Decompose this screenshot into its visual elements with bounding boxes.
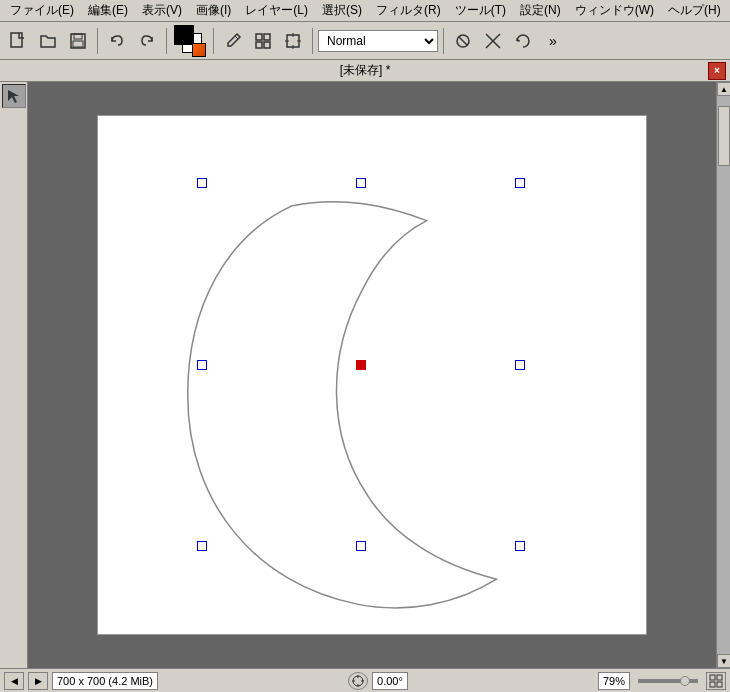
- status-nav-left-btn[interactable]: ◀: [4, 672, 24, 690]
- handle-bc[interactable]: [356, 541, 366, 551]
- handle-ml[interactable]: [197, 360, 207, 370]
- zoom-thumb[interactable]: [680, 676, 690, 686]
- rotation-field: 0.00°: [372, 672, 408, 690]
- mask-btn[interactable]: [449, 27, 477, 55]
- svg-rect-0: [11, 33, 22, 47]
- sep4: [312, 28, 313, 54]
- menu-bar: ファイル(E)編集(E)表示(V)画像(I)レイヤー(L)選択(S)フィルタ(R…: [0, 0, 730, 22]
- toolbar: NormalMultiplyScreenOverlayDarkenLighten…: [0, 22, 730, 60]
- handle-mc[interactable]: [356, 360, 366, 370]
- scroll-track-v[interactable]: [717, 96, 730, 654]
- select-tool-btn[interactable]: [2, 84, 26, 108]
- handle-tc[interactable]: [356, 178, 366, 188]
- new-document-btn[interactable]: [4, 27, 32, 55]
- rotate-btn[interactable]: [509, 27, 537, 55]
- main-area: ▲ ▼: [0, 82, 730, 668]
- sep1: [97, 28, 98, 54]
- scroll-down-btn[interactable]: ▼: [717, 654, 730, 668]
- toolbox: [0, 82, 28, 668]
- menu-tools[interactable]: ツール(T): [449, 0, 512, 21]
- open-btn[interactable]: [34, 27, 62, 55]
- menu-layer[interactable]: レイヤー(L): [239, 0, 314, 21]
- menu-help[interactable]: ヘルプ(H): [662, 0, 727, 21]
- menu-edit[interactable]: 編集(E): [82, 0, 134, 21]
- mode-select[interactable]: NormalMultiplyScreenOverlayDarkenLighten: [318, 30, 438, 52]
- menu-view[interactable]: 表示(V): [136, 0, 188, 21]
- svg-rect-23: [710, 675, 715, 680]
- canvas-size-label: 700 x 700 (4.2 MiB): [52, 672, 158, 690]
- title-bar: [未保存] * ×: [0, 60, 730, 82]
- handle-br[interactable]: [515, 541, 525, 551]
- cross-btn[interactable]: [479, 27, 507, 55]
- svg-rect-24: [717, 675, 722, 680]
- status-bar: ◀ ▶ 700 x 700 (4.2 MiB) 0.00° 79%: [0, 668, 730, 692]
- vertical-scrollbar[interactable]: ▲ ▼: [716, 82, 730, 668]
- paint-tool-btn[interactable]: [219, 27, 247, 55]
- sep3: [213, 28, 214, 54]
- grid-status-btn[interactable]: [706, 672, 726, 690]
- zoom-label: 79%: [598, 672, 630, 690]
- snap-btn[interactable]: [279, 27, 307, 55]
- menu-select[interactable]: 選択(S): [316, 0, 368, 21]
- svg-rect-8: [264, 42, 270, 48]
- svg-rect-25: [710, 682, 715, 687]
- svg-rect-6: [264, 34, 270, 40]
- handle-tl[interactable]: [197, 178, 207, 188]
- close-button[interactable]: ×: [708, 62, 726, 80]
- handle-mr[interactable]: [515, 360, 525, 370]
- zoom-slider[interactable]: [638, 679, 698, 683]
- handle-bl[interactable]: [197, 541, 207, 551]
- save-btn[interactable]: [64, 27, 92, 55]
- foreground-color[interactable]: [174, 25, 194, 45]
- crosshair-btn[interactable]: [348, 672, 368, 690]
- canvas[interactable]: [97, 115, 647, 635]
- svg-line-15: [459, 37, 467, 45]
- svg-rect-5: [256, 34, 262, 40]
- svg-rect-3: [73, 41, 83, 47]
- scroll-thumb-v[interactable]: [718, 106, 730, 166]
- scroll-up-btn[interactable]: ▲: [717, 82, 730, 96]
- menu-image[interactable]: 画像(I): [190, 0, 237, 21]
- svg-rect-26: [717, 682, 722, 687]
- menu-settings[interactable]: 設定(N): [514, 0, 567, 21]
- handle-tr[interactable]: [515, 178, 525, 188]
- document-title: [未保存] *: [340, 62, 391, 79]
- svg-rect-7: [256, 42, 262, 48]
- menu-file[interactable]: ファイル(E): [4, 0, 80, 21]
- redo-btn[interactable]: [133, 27, 161, 55]
- grid-view-btn[interactable]: [249, 27, 277, 55]
- canvas-container: [28, 82, 716, 668]
- status-nav-right-btn[interactable]: ▶: [28, 672, 48, 690]
- moon-drawing: [98, 116, 646, 634]
- color-swap-icon[interactable]: [192, 43, 206, 57]
- menu-filter[interactable]: フィルタ(R): [370, 0, 447, 21]
- svg-line-4: [235, 36, 238, 39]
- sep5: [443, 28, 444, 54]
- menu-window[interactable]: ウィンドウ(W): [569, 0, 660, 21]
- color-widget[interactable]: [172, 23, 208, 59]
- undo-btn[interactable]: [103, 27, 131, 55]
- more-btn[interactable]: »: [539, 27, 567, 55]
- sep2: [166, 28, 167, 54]
